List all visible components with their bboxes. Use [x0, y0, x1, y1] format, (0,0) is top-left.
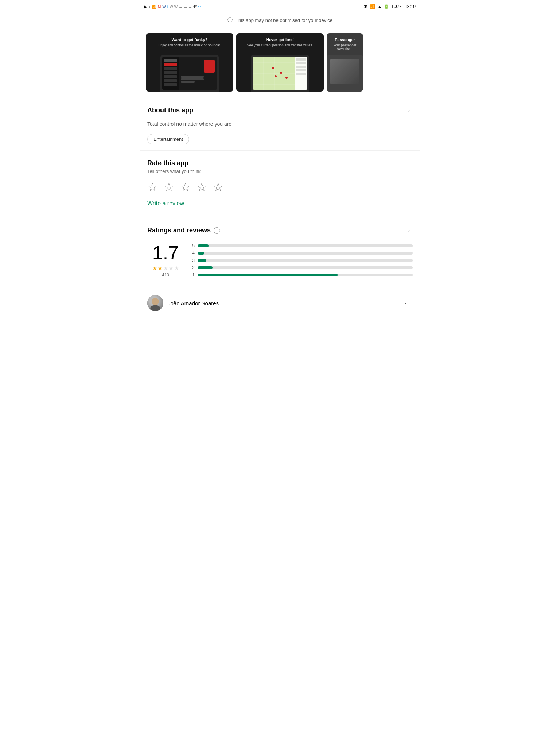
- star-1[interactable]: ☆: [147, 181, 158, 193]
- bar-row-2: 2: [191, 265, 413, 270]
- reviewer-row: João Amador Soares ⋮: [147, 295, 413, 311]
- time: 18:10: [405, 4, 416, 9]
- screenshot-3-sublabel: Your passenger favourite...: [327, 43, 363, 51]
- notification-banner: ⓘ This app may not be optimised for your…: [140, 13, 420, 27]
- app-icons: W W ☁ ☁ ☁: [170, 5, 192, 9]
- avatar-face: [152, 298, 159, 305]
- bar-track-3: [198, 259, 413, 262]
- reviewer-more-button[interactable]: ⋮: [399, 297, 413, 309]
- info-circle-icon: ⓘ: [228, 17, 233, 23]
- display-star-2: ★: [158, 265, 163, 271]
- battery-temp: 4° 5°: [193, 5, 201, 9]
- wifi-icon: 📶: [370, 4, 375, 9]
- star-2[interactable]: ☆: [164, 181, 174, 193]
- bars-section: 5 4 3 2: [191, 243, 413, 280]
- screenshot-3-label: Passenger: [327, 38, 363, 42]
- status-bar: ▶ ↓ 📶 M W t W W ☁ ☁ ☁ 4° 5° ✱ 📶 ▲ 🔋 100%…: [140, 0, 420, 13]
- display-star-4: ★: [169, 265, 174, 271]
- signal-icon: 📶: [152, 5, 156, 9]
- battery-percent: 100%: [391, 4, 402, 9]
- word-icon: W: [162, 5, 166, 9]
- display-star-3: ★: [163, 265, 168, 271]
- rating-stars-input[interactable]: ☆ ☆ ☆ ☆ ☆: [147, 181, 413, 193]
- bar-fill-4: [198, 252, 204, 255]
- avatar-body: [150, 305, 160, 311]
- screenshot-2[interactable]: Never get lost! See your current positio…: [236, 33, 324, 92]
- reviewer-name: João Amador Soares: [168, 300, 219, 306]
- ratings-title: Ratings and reviews: [147, 227, 211, 234]
- star-5[interactable]: ☆: [213, 181, 223, 193]
- bar-row-5: 5: [191, 243, 413, 248]
- screenshot-1[interactable]: Want to get funky? Enjoy and control all…: [146, 33, 233, 92]
- rate-title: Rate this app: [147, 159, 413, 167]
- ratings-arrow-button[interactable]: →: [402, 225, 413, 236]
- bar-label-2: 2: [191, 265, 195, 270]
- write-review-button[interactable]: Write a review: [147, 200, 184, 207]
- status-icons-left: ▶ ↓ 📶 M W t W W ☁ ☁ ☁ 4° 5°: [144, 5, 201, 9]
- network-icon: ▲: [377, 4, 382, 9]
- ratings-info-icon[interactable]: i: [214, 227, 220, 234]
- display-star-5: ★: [174, 265, 179, 271]
- battery-icon: 🔋: [384, 4, 389, 9]
- about-header: About this app →: [147, 105, 413, 116]
- screenshot-2-sublabel: See your current position and transfer r…: [236, 43, 324, 47]
- bar-label-3: 3: [191, 258, 195, 263]
- bar-fill-5: [198, 244, 209, 247]
- screenshot-carousel: Want to get funky? Enjoy and control all…: [140, 27, 420, 97]
- ratings-section: Ratings and reviews i → 1.7 ★ ★ ★ ★ ★ 41…: [140, 216, 420, 280]
- screenshot-1-sublabel: Enjoy and control all the music on your …: [146, 43, 233, 47]
- rating-score: 1.7: [147, 243, 184, 262]
- bar-track-4: [198, 252, 413, 255]
- bar-label-5: 5: [191, 243, 195, 248]
- display-star-1: ★: [152, 265, 157, 271]
- rating-count: 410: [147, 272, 184, 278]
- rating-display-stars: ★ ★ ★ ★ ★: [147, 265, 184, 271]
- bar-fill-3: [198, 259, 206, 262]
- gmail-icon: M: [158, 5, 161, 9]
- bar-label-4: 4: [191, 251, 195, 256]
- reviewer-section: João Amador Soares ⋮: [140, 289, 420, 317]
- screenshot-1-label: Want to get funky?: [146, 38, 233, 42]
- star-4[interactable]: ☆: [197, 181, 207, 193]
- star-3[interactable]: ☆: [180, 181, 191, 193]
- about-title: About this app: [147, 107, 193, 114]
- bar-row-3: 3: [191, 258, 413, 263]
- bar-row-1: 1: [191, 272, 413, 278]
- bar-fill-2: [198, 266, 213, 269]
- bluetooth-icon: ✱: [364, 4, 368, 9]
- about-arrow-button[interactable]: →: [402, 105, 413, 116]
- bar-track-5: [198, 244, 413, 247]
- reviewer-left: João Amador Soares: [147, 295, 219, 311]
- arrow-icon: ↓: [149, 5, 151, 9]
- bar-row-4: 4: [191, 251, 413, 256]
- play-icon: ▶: [144, 5, 147, 9]
- rate-section: Rate this app Tell others what you think…: [140, 151, 420, 210]
- bar-fill-1: [198, 274, 338, 276]
- bar-track-1: [198, 274, 413, 276]
- big-rating-block: 1.7 ★ ★ ★ ★ ★ 410: [147, 243, 184, 278]
- reviewer-avatar: [147, 295, 163, 311]
- rate-subtitle: Tell others what you think: [147, 169, 413, 174]
- tag-container: Entertainment: [147, 134, 413, 144]
- status-icons-right: ✱ 📶 ▲ 🔋 100% 18:10: [364, 4, 416, 9]
- ratings-title-wrap: Ratings and reviews i: [147, 227, 220, 234]
- screenshot-3[interactable]: Passenger Your passenger favourite...: [327, 33, 363, 92]
- about-description: Total control no matter where you are: [147, 120, 413, 128]
- bar-label-1: 1: [191, 272, 195, 278]
- screenshot-2-label: Never get lost!: [236, 38, 324, 42]
- twitter-icon: t: [167, 5, 168, 9]
- screenshot-1-device: [160, 55, 219, 92]
- bar-track-2: [198, 266, 413, 269]
- entertainment-tag[interactable]: Entertainment: [147, 134, 189, 144]
- about-section: About this app → Total control no matter…: [140, 97, 420, 144]
- screenshot-2-device: [251, 55, 309, 92]
- ratings-header: Ratings and reviews i →: [147, 225, 413, 236]
- notification-text: This app may not be optimised for your d…: [236, 18, 332, 23]
- carousel-container[interactable]: Want to get funky? Enjoy and control all…: [140, 33, 420, 92]
- ratings-content: 1.7 ★ ★ ★ ★ ★ 410 5 4: [147, 243, 413, 280]
- avatar-image: [147, 295, 163, 311]
